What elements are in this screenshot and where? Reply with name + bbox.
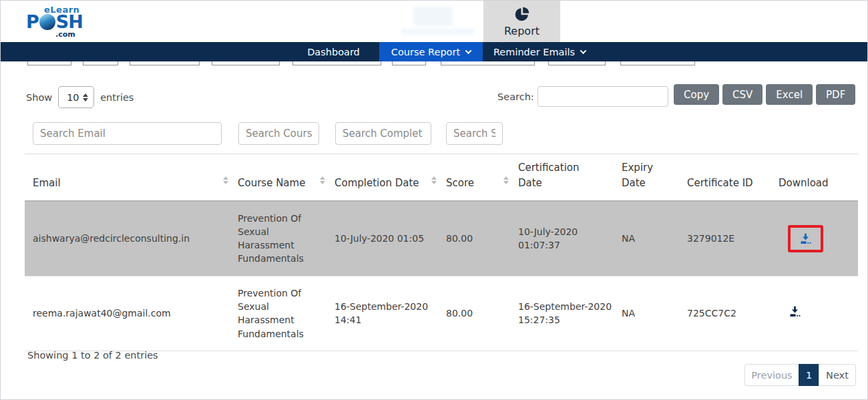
- nav-item-dashboard[interactable]: Dashboard: [288, 42, 379, 61]
- export-buttons: Copy CSV Excel PDF: [674, 84, 855, 105]
- search-label: Search:: [497, 91, 534, 102]
- cell-certification-date: 16-September-2020 15:27:35: [518, 276, 622, 351]
- cell-completion-date: 16-September-2020 14:41: [335, 276, 446, 351]
- pagination: Previous 1 Next: [745, 364, 856, 386]
- pdf-button[interactable]: PDF: [816, 84, 855, 105]
- download-icon: [788, 305, 802, 319]
- course-report-page: eLearn PSH .com Report Dashboard Course …: [0, 0, 868, 400]
- cell-download: [779, 201, 858, 276]
- sort-icon[interactable]: [223, 176, 228, 184]
- table-controls: Show 10 entries Search: Copy CSV Excel P…: [1, 79, 867, 108]
- csv-button[interactable]: CSV: [722, 84, 763, 105]
- table-header-row: Email Course Name Completion Date Score …: [25, 154, 858, 201]
- cell-certificate-id: 3279012E: [687, 201, 779, 276]
- tab-report[interactable]: Report: [483, 1, 560, 42]
- previous-page-button[interactable]: Previous: [744, 364, 799, 386]
- download-icon: [799, 232, 813, 246]
- ghost-artifact: [413, 6, 453, 26]
- filter-completion-input[interactable]: [335, 122, 431, 145]
- cell-score: 80.00: [446, 201, 518, 276]
- filter-score-input[interactable]: [446, 122, 503, 145]
- next-page-button[interactable]: Next: [819, 364, 856, 386]
- filter-course-input[interactable]: [238, 122, 319, 145]
- nav-label: Dashboard: [307, 47, 360, 57]
- cell-completion-date: 10-July-2020 01:05: [335, 201, 446, 276]
- column-header-expiry-date: Expiry Date: [622, 154, 687, 201]
- filter-email-input[interactable]: [33, 122, 222, 145]
- table-row[interactable]: reema.rajawat40@gmail.com Prevention Of …: [25, 276, 858, 351]
- logo-text-posh: PSH: [26, 11, 83, 32]
- sort-icon[interactable]: [320, 176, 325, 184]
- column-header-certification-date: Certification Date: [518, 154, 622, 201]
- download-certificate-button[interactable]: [788, 225, 823, 252]
- course-report-table: Email Course Name Completion Date Score …: [25, 154, 858, 351]
- nav-label: Reminder Emails: [493, 47, 575, 57]
- cell-download: [779, 276, 858, 351]
- show-label: Show: [26, 92, 52, 103]
- global-search-input[interactable]: [537, 86, 668, 107]
- column-header-certificate-id: Certificate ID: [687, 154, 779, 201]
- nav-label: Course Report: [391, 47, 460, 57]
- cell-certificate-id: 725CC7C2: [687, 276, 779, 351]
- column-header-email[interactable]: Email: [25, 154, 238, 201]
- chevron-down-icon: [580, 47, 587, 54]
- table-row[interactable]: aishwarya@redcircleconsulting.in Prevent…: [25, 201, 858, 276]
- cell-certification-date: 10-July-2020 01:07:37: [518, 201, 622, 276]
- report-tab-label: Report: [504, 25, 539, 37]
- sort-icon[interactable]: [503, 176, 509, 184]
- nav-item-reminder-emails[interactable]: Reminder Emails: [483, 42, 596, 61]
- ghost-artifact: [401, 29, 475, 35]
- copy-button[interactable]: Copy: [674, 84, 719, 105]
- page-size-select[interactable]: 10: [58, 86, 94, 108]
- main-navbar: Dashboard Course Report Reminder Emails: [1, 42, 867, 61]
- excel-button[interactable]: Excel: [766, 84, 813, 105]
- column-header-course-name[interactable]: Course Name: [238, 154, 335, 201]
- logo-text-dotcom: .com: [55, 30, 75, 39]
- entries-summary: Showing 1 to 2 of 2 entries: [27, 350, 158, 361]
- current-page-button[interactable]: 1: [799, 364, 819, 386]
- sort-icon[interactable]: [431, 176, 437, 184]
- chevron-down-icon: [465, 47, 472, 54]
- cell-course-name: Prevention Of Sexual Harassment Fundamen…: [238, 276, 335, 351]
- column-header-score[interactable]: Score: [446, 154, 518, 201]
- select-arrows-icon: [83, 93, 88, 102]
- cell-course-name: Prevention Of Sexual Harassment Fundamen…: [238, 201, 335, 276]
- cell-score: 80.00: [446, 276, 518, 351]
- cell-expiry-date: NA: [622, 276, 687, 351]
- download-certificate-button[interactable]: [788, 305, 802, 319]
- top-header: eLearn PSH .com Report: [1, 1, 867, 42]
- column-header-download: Download: [779, 154, 858, 201]
- cell-expiry-date: NA: [622, 201, 687, 276]
- cell-email: aishwarya@redcircleconsulting.in: [25, 201, 238, 276]
- cell-email: reema.rajawat40@gmail.com: [25, 276, 238, 351]
- column-header-completion-date[interactable]: Completion Date: [335, 154, 446, 201]
- page-size-value: 10: [67, 92, 79, 103]
- nav-item-course-report[interactable]: Course Report: [379, 42, 483, 61]
- pie-chart-icon: [513, 6, 530, 23]
- elearn-posh-logo[interactable]: eLearn PSH .com: [14, 5, 94, 39]
- entries-label: entries: [100, 92, 134, 103]
- logo-globe-icon: [39, 14, 55, 30]
